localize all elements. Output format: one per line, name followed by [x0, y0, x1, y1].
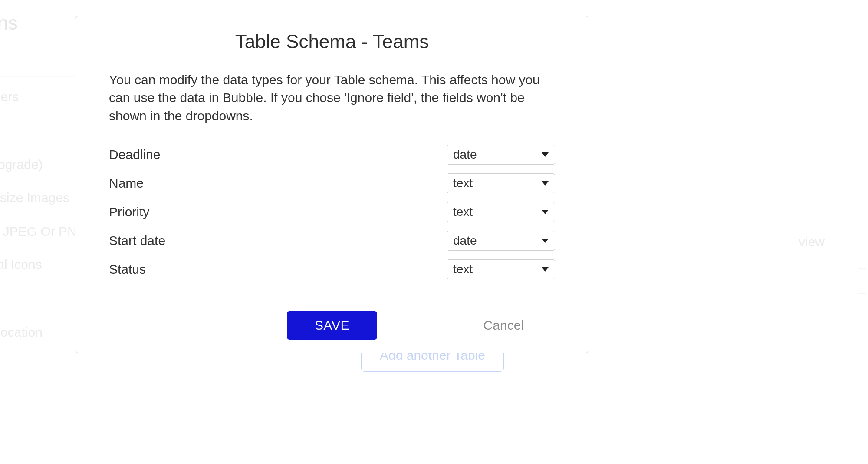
cancel-button[interactable]: Cancel [483, 318, 524, 333]
chevron-down-icon [542, 152, 549, 157]
modal-title: Table Schema - Teams [84, 31, 580, 53]
field-label: Start date [109, 233, 165, 248]
field-row-name: Name text [109, 173, 555, 193]
chevron-down-icon [542, 239, 549, 243]
modal-footer: SAVE Cancel [75, 298, 589, 353]
sidebar-item[interactable]: Can Upgrade) [0, 157, 43, 172]
sidebar-item[interactable]: s PDF, JPEG Or PN [0, 224, 77, 239]
datatype-select-status[interactable]: text [447, 259, 555, 279]
field-label: Name [109, 176, 144, 191]
chevron-down-icon [542, 181, 549, 186]
table-schema-modal: Table Schema - Teams You can modify the … [75, 16, 589, 353]
sidebar-item[interactable]: s & Resize Images [0, 190, 69, 205]
view-label: view [799, 235, 825, 249]
field-row-status: Status text [109, 259, 555, 279]
sidebar-title: gins [0, 12, 18, 34]
datatype-select-start-date[interactable]: date [447, 231, 555, 251]
field-row-deadline: Deadline date [109, 145, 555, 165]
save-button[interactable]: SAVE [287, 311, 377, 340]
view-box-partial [858, 268, 866, 294]
select-value: text [453, 262, 473, 276]
select-value: text [453, 176, 473, 190]
chevron-down-icon [542, 210, 549, 214]
select-value: date [453, 234, 477, 248]
field-row-priority: Priority text [109, 202, 555, 222]
sidebar-item[interactable]: Material Icons [0, 257, 42, 272]
datatype-select-priority[interactable]: text [447, 202, 555, 222]
datatype-select-name[interactable]: text [447, 173, 555, 193]
field-label: Priority [109, 205, 149, 219]
chevron-down-icon [542, 267, 549, 272]
sidebar-item[interactable]: P Geolocation [0, 325, 43, 340]
modal-body: You can modify the data types for your T… [75, 65, 589, 298]
select-value: date [453, 148, 477, 162]
sidebar-item[interactable]: d Loaders [0, 89, 19, 104]
field-label: Deadline [109, 147, 160, 162]
field-row-start-date: Start date date [109, 231, 555, 251]
select-value: text [453, 205, 473, 219]
datatype-select-deadline[interactable]: date [447, 145, 555, 165]
modal-description: You can modify the data types for your T… [109, 71, 555, 125]
modal-header: Table Schema - Teams [75, 16, 589, 65]
field-label: Status [109, 262, 146, 277]
